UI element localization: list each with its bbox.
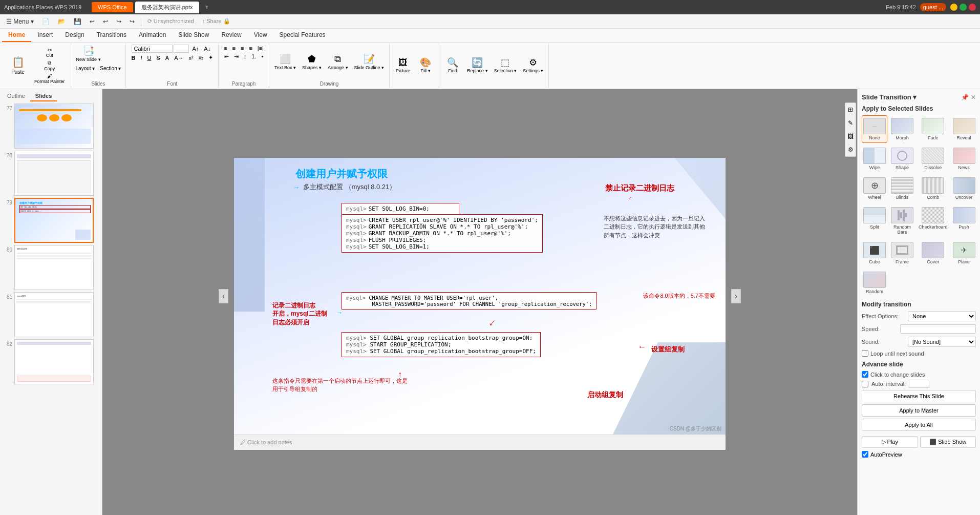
menu-item-redo2[interactable]: ↪ <box>125 16 139 27</box>
apply-all-btn[interactable]: Apply to All <box>862 419 976 431</box>
menu-item-new[interactable]: 📄 <box>38 16 54 27</box>
trans-shape[interactable]: Shape <box>889 145 915 173</box>
find-btn[interactable]: 🔍 Find <box>442 56 463 75</box>
apply-master-btn[interactable]: Apply to Master <box>862 404 976 417</box>
indent-increase-btn[interactable]: ⇥ <box>232 53 241 60</box>
thumb-img-81[interactable]: mysql服务 <box>14 292 94 337</box>
fill-btn[interactable]: 🎨 Fill ▾ <box>415 56 436 75</box>
copy-btn[interactable]: ⧉ Copy <box>33 59 67 72</box>
trans-blinds[interactable]: Blinds <box>889 175 915 202</box>
tab-transitions[interactable]: Transitions <box>91 29 133 42</box>
trans-cube[interactable]: ⬛ Cube <box>862 239 887 267</box>
thumb-img-80[interactable]: 服务器架构 <box>14 245 94 290</box>
close-btn[interactable] <box>969 4 976 11</box>
slide-thumb-78[interactable]: 78 <box>2 151 100 196</box>
autopreview-checkbox[interactable] <box>862 451 868 458</box>
columns-btn[interactable]: |≡| <box>255 45 266 52</box>
trans-random[interactable]: Random <box>862 269 887 297</box>
slide-canvas[interactable]: 创建用户并赋予权限 → 多主模式配置 （mysql 8.0.21） 禁止记录二进… <box>234 158 726 435</box>
trans-morph[interactable]: Morph <box>889 115 915 143</box>
font-size-input[interactable]: 0 <box>174 45 189 53</box>
tab-slideshow[interactable]: Slide Show <box>172 29 215 42</box>
font-decrease-btn[interactable]: A↓ <box>202 45 212 52</box>
strikethrough-btn[interactable]: S <box>154 54 162 61</box>
auto-checkbox[interactable] <box>862 381 868 387</box>
align-left-btn[interactable]: ≡ <box>222 45 229 52</box>
thumb-img-77[interactable] <box>14 104 94 149</box>
justify-btn[interactable]: ≡ <box>247 45 254 52</box>
tab-review[interactable]: Review <box>215 29 247 42</box>
tab-insert[interactable]: Insert <box>31 29 59 42</box>
slideshow-btn[interactable]: ⬛ Slide Show <box>920 436 976 448</box>
subscript-btn[interactable]: x₂ <box>197 54 206 61</box>
wps-tab[interactable]: WPS Office <box>92 2 133 12</box>
menu-item-undo1[interactable]: ↩ <box>86 16 99 27</box>
slide-thumb-81[interactable]: 81 mysql服务 <box>2 292 100 337</box>
add-tab-btn[interactable]: + <box>201 2 213 13</box>
next-slide-btn[interactable]: › <box>731 289 741 303</box>
panel-pin-icon[interactable]: 📌 <box>961 94 969 101</box>
underline-btn[interactable]: U <box>145 54 154 61</box>
font-increase-btn[interactable]: A↑ <box>190 45 201 52</box>
trans-dissolve[interactable]: Dissolve <box>917 145 949 173</box>
text-box-btn[interactable]: ⬜ Text Box ▾ <box>272 53 298 71</box>
speed-input[interactable]: 00:50 <box>900 324 976 334</box>
picture-btn[interactable]: 🖼 Picture <box>393 56 413 75</box>
minimize-btn[interactable] <box>950 4 957 11</box>
menu-item-open[interactable]: 📂 <box>54 16 70 27</box>
format-painter-btn[interactable]: 🖌 Format Painter <box>33 73 67 85</box>
menu-item-save[interactable]: 💾 <box>70 16 86 27</box>
shadow-btn[interactable]: A <box>163 54 171 61</box>
paste-btn[interactable]: 📋 Paste <box>5 55 31 76</box>
settings-btn[interactable]: ⚙ Settings ▾ <box>521 56 545 75</box>
char-spacing-btn[interactable]: A→ <box>172 54 185 61</box>
replace-btn[interactable]: 🔄 Replace ▾ <box>465 56 490 75</box>
trans-push[interactable]: Push <box>951 204 977 237</box>
cut-btn[interactable]: ✂ Cut <box>33 47 67 58</box>
section-btn[interactable]: Section ▾ <box>98 65 122 72</box>
bullets-btn[interactable]: • <box>259 53 265 60</box>
trans-reveal[interactable]: Reveal <box>951 115 977 143</box>
layout-btn[interactable]: Layout ▾ <box>74 65 97 72</box>
thumb-img-78[interactable] <box>14 151 94 196</box>
slides-tab[interactable]: Slides <box>30 91 57 101</box>
numbering-btn[interactable]: 1. <box>249 53 258 60</box>
trans-comb[interactable]: Comb <box>917 175 949 202</box>
panel-close-icon[interactable]: ✕ <box>971 94 976 101</box>
sound-select[interactable]: [No Sound] <box>908 337 976 347</box>
arrange-btn[interactable]: ⧉ Arrange ▾ <box>326 53 350 71</box>
notes-area[interactable]: 🖊 Click to add notes <box>234 435 726 450</box>
trans-split[interactable]: Split <box>862 204 887 237</box>
selection-btn[interactable]: ⬚ Selection ▾ <box>492 56 519 75</box>
file-tab[interactable]: 服务器架构演讲.pptx <box>135 2 199 13</box>
tab-special[interactable]: Special Features <box>273 29 332 42</box>
slide-thumb-80[interactable]: 80 服务器架构 <box>2 245 100 290</box>
trans-plane[interactable]: ✈ Plane <box>951 239 977 267</box>
shapes-btn[interactable]: ⬟ Shapes ▾ <box>300 53 324 71</box>
auto-interval-input[interactable]: 00:00 <box>909 380 929 388</box>
indent-decrease-btn[interactable]: ⇤ <box>222 53 231 60</box>
thumb-img-82[interactable] <box>14 339 94 384</box>
slide-thumb-82[interactable]: 82 <box>2 339 100 384</box>
trans-news[interactable]: News <box>951 145 977 173</box>
outline-tab[interactable]: Outline <box>2 91 30 101</box>
prev-slide-btn[interactable]: ‹ <box>219 289 228 303</box>
panel-title[interactable]: Slide Transition ▾ <box>862 93 917 101</box>
share-btn[interactable]: ↑ Share 🔒 <box>198 16 235 27</box>
maximize-btn[interactable] <box>960 4 967 11</box>
loop-checkbox[interactable] <box>862 350 868 357</box>
trans-none[interactable]: — None <box>862 115 887 143</box>
slide-thumb-79[interactable]: 79 创建用户并赋予权限 SET SQL_LOG_BIN=0; CREATE U… <box>2 198 100 243</box>
trans-random-bars[interactable]: Random Bars <box>889 204 915 237</box>
menu-item-redo1[interactable]: ↪ <box>112 16 125 27</box>
menu-item-undo2[interactable]: ↩ <box>99 16 112 27</box>
rehearse-btn[interactable]: Rehearse This Slide <box>862 390 976 402</box>
trans-frame[interactable]: Frame <box>889 239 915 267</box>
align-right-btn[interactable]: ≡ <box>239 45 246 52</box>
align-center-btn[interactable]: ≡ <box>230 45 238 52</box>
tab-view[interactable]: View <box>248 29 273 42</box>
new-slide-btn[interactable]: 📑 New Slide ▾ <box>74 45 103 63</box>
trans-wipe[interactable]: Wipe <box>862 145 887 173</box>
trans-cover[interactable]: Cover <box>917 239 949 267</box>
trans-checkerboard[interactable]: Checkerboard <box>917 204 949 237</box>
